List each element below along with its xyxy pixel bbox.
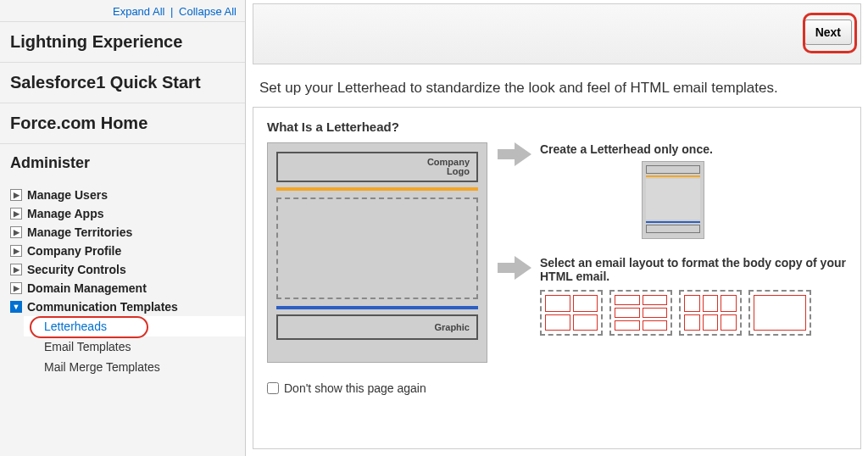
expand-all-link[interactable]: Expand All [113, 5, 164, 18]
collapse-all-link[interactable]: Collapse All [179, 5, 236, 18]
arrow-right-icon [498, 142, 531, 166]
tree-communication-templates[interactable]: ▼Communication Templates [0, 298, 245, 316]
letterhead-body-slot [276, 197, 478, 299]
nav-forcecom-home[interactable]: Force.com Home [0, 103, 245, 143]
layout-option-3x2 [679, 290, 742, 336]
dont-show-again-checkbox[interactable] [267, 382, 279, 394]
diagram-callouts: Create a Letterhead only once. Select an… [498, 142, 847, 363]
content-heading: What Is a Letterhead? [267, 120, 847, 134]
collapse-icon: ▼ [10, 301, 22, 313]
tree-domain-management[interactable]: ▶Domain Management [0, 279, 245, 298]
expand-icon: ▶ [10, 189, 22, 201]
callout-title: Select an email layout to format the bod… [540, 256, 847, 283]
nav-administer-heading: Administer [0, 143, 245, 182]
subtree-mail-merge-templates[interactable]: Mail Merge Templates [24, 357, 245, 377]
tree-label: Company Profile [27, 244, 121, 258]
callout-select-layout: Select an email layout to format the bod… [498, 256, 847, 336]
callout-create-once: Create a Letterhead only once. [498, 142, 847, 239]
content-panel: What Is a Letterhead? Company Logo Graph… [253, 107, 861, 449]
administer-tree: ▶Manage Users ▶Manage Apps ▶Manage Terri… [0, 182, 245, 386]
subtree-letterheads[interactable]: Letterheads [24, 316, 245, 336]
nav-salesforce1-quickstart[interactable]: Salesforce1 Quick Start [0, 62, 245, 103]
letterhead-accent-top [276, 187, 478, 191]
layout-option-single [748, 290, 811, 336]
letterhead-graphic-slot: Graphic [276, 314, 478, 340]
nav-lightning-experience[interactable]: Lightning Experience [0, 21, 245, 62]
expand-icon: ▶ [10, 264, 22, 275]
mini-letterhead-icon [642, 161, 704, 239]
svg-marker-1 [498, 256, 531, 280]
expand-icon: ▶ [10, 208, 22, 220]
tree-company-profile[interactable]: ▶Company Profile [0, 242, 245, 260]
layout-option-2x3 [609, 290, 672, 336]
tree-label: Security Controls [27, 263, 126, 276]
tree-label: Manage Territories [27, 225, 132, 239]
logo-label: Logo [427, 167, 470, 176]
tree-manage-users[interactable]: ▶Manage Users [0, 186, 245, 204]
separator: | [170, 5, 173, 18]
expand-icon: ▶ [10, 282, 22, 294]
tree-label: Communication Templates [27, 300, 178, 314]
tree-security-controls[interactable]: ▶Security Controls [0, 260, 245, 279]
page-intro-text: Set up your Letterhead to standardize th… [246, 64, 868, 102]
arrow-right-icon [498, 256, 531, 280]
next-button[interactable]: Next [804, 19, 852, 45]
tree-manage-apps[interactable]: ▶Manage Apps [0, 204, 245, 223]
setup-sidebar: Expand All | Collapse All Lightning Expe… [0, 0, 246, 456]
dont-show-again-label: Don't show this page again [284, 381, 426, 395]
expand-icon: ▶ [10, 226, 22, 238]
tree-label: Domain Management [27, 281, 147, 295]
letterhead-logo-slot: Company Logo [276, 152, 478, 182]
communication-templates-subtree: Letterheads Email Templates Mail Merge T… [0, 316, 245, 377]
tree-manage-territories[interactable]: ▶Manage Territories [0, 223, 245, 242]
subtree-email-templates[interactable]: Email Templates [24, 336, 245, 357]
page-toolbar: Next [253, 3, 861, 64]
letterhead-accent-bottom [276, 306, 478, 309]
layout-options [540, 290, 847, 336]
tree-label: Manage Apps [27, 207, 104, 220]
main-panel: Next Set up your Letterhead to standardi… [246, 0, 868, 456]
letterhead-preview: Company Logo Graphic [267, 142, 487, 363]
dont-show-again-row[interactable]: Don't show this page again [267, 381, 847, 395]
expand-icon: ▶ [10, 245, 22, 257]
layout-option-2x2 [540, 290, 603, 336]
letterhead-diagram: Company Logo Graphic Create a Letterhead… [267, 142, 847, 363]
svg-marker-0 [498, 142, 531, 166]
callout-title: Create a Letterhead only once. [540, 142, 847, 156]
tree-label: Manage Users [27, 188, 108, 202]
tree-controls: Expand All | Collapse All [0, 0, 245, 21]
